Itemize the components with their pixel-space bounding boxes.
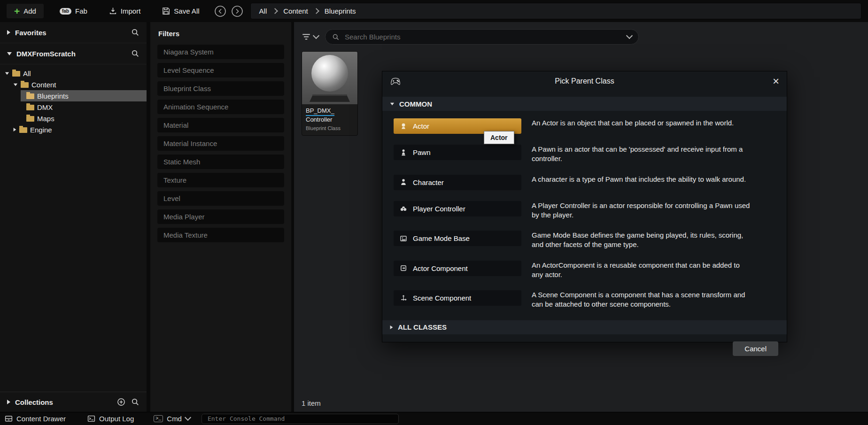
filter-pill[interactable]: Level — [157, 191, 284, 206]
close-icon[interactable]: × — [773, 77, 779, 86]
class-description: An Actor is an object that can be placed… — [532, 118, 734, 128]
asset-name-line1[interactable]: BP_DMX_ — [306, 107, 334, 116]
panel-divider[interactable] — [147, 22, 150, 412]
add-button[interactable]: + Add — [7, 4, 44, 18]
tree-label: Engine — [30, 126, 52, 134]
nav-forward-button[interactable] — [231, 5, 244, 18]
filter-pill[interactable]: Media Player — [157, 209, 284, 224]
cmd-label: Cmd — [167, 415, 182, 423]
favorites-search-icon[interactable] — [131, 28, 140, 37]
class-button-actor-component[interactable]: Actor Component — [394, 261, 521, 276]
search-input[interactable] — [344, 32, 623, 41]
class-button-scene-component[interactable]: Scene Component — [394, 290, 521, 306]
content-drawer-button[interactable]: Content Drawer — [5, 415, 66, 423]
console-command-bar[interactable] — [202, 414, 399, 424]
class-row-actor-component: Actor Component An ActorComponent is a r… — [394, 261, 777, 280]
asset-name-line2: Controller — [306, 116, 332, 123]
tree-item-dmx[interactable]: DMX — [0, 101, 147, 113]
class-button-pawn[interactable]: Pawn — [394, 145, 521, 160]
sphere-preview — [311, 55, 348, 92]
add-collection-icon[interactable] — [117, 398, 125, 406]
asset-view-header — [294, 22, 868, 45]
fab-icon: fab — [60, 8, 71, 15]
nav-back-button[interactable] — [214, 5, 227, 18]
sources-panel: Favorites DMXFromScratch — [0, 22, 147, 412]
breadcrumb-all[interactable]: All — [259, 7, 267, 15]
asset-thumbnail — [302, 52, 357, 104]
class-list: Actor An Actor is an object that can be … — [382, 111, 787, 309]
content-drawer-label: Content Drawer — [16, 415, 66, 423]
dialog-title: Pick Parent Class — [382, 77, 787, 85]
dialog-footer: Cancel — [382, 334, 787, 363]
class-row-game-mode-base: Game Mode Base Game Mode Base defines th… — [394, 231, 777, 250]
nav-buttons — [214, 5, 244, 18]
cancel-button[interactable]: Cancel — [733, 341, 778, 356]
chevron-right-icon — [313, 8, 319, 14]
save-all-label: Save All — [174, 7, 199, 15]
class-name: Player Controller — [413, 205, 465, 213]
tree-item-engine[interactable]: Engine — [0, 124, 147, 135]
search-bar[interactable] — [325, 29, 639, 45]
pick-parent-class-dialog: Pick Parent Class × COMMON Actor An A — [382, 71, 787, 342]
filter-pill[interactable]: Media Texture — [157, 228, 284, 242]
output-log-button[interactable]: Output Log — [87, 415, 134, 423]
import-label: Import — [121, 7, 141, 15]
add-label: Add — [23, 7, 36, 15]
filter-pill[interactable]: Level Sequence — [157, 63, 284, 77]
save-all-button[interactable]: Save All — [156, 4, 205, 18]
collections-bar[interactable]: Collections — [0, 392, 147, 412]
unreal-editor-window: + Add fab Fab Import Save All — [0, 0, 868, 425]
favorites-header[interactable]: Favorites — [0, 22, 147, 43]
filters-panel: Filters Niagara System Level Sequence Bl… — [150, 22, 291, 412]
common-label: COMMON — [399, 100, 432, 108]
project-search-icon[interactable] — [131, 49, 140, 58]
expand-down-icon — [7, 52, 12, 55]
common-section-header[interactable]: COMMON — [382, 97, 787, 111]
filter-pill[interactable]: Static Mesh — [157, 155, 284, 169]
scene-component-icon — [400, 294, 407, 302]
import-button[interactable]: Import — [103, 4, 147, 18]
filter-pill[interactable]: Animation Sequence — [157, 100, 284, 114]
filter-dropdown-button[interactable] — [302, 33, 318, 41]
expand-right-icon — [14, 128, 16, 131]
filter-pill[interactable]: Texture — [157, 173, 284, 187]
tree-label: All — [23, 70, 31, 77]
tree-item-content[interactable]: Content — [0, 79, 147, 90]
tree-item-all[interactable]: All — [0, 68, 147, 79]
cmd-dropdown[interactable]: >_ Cmd — [154, 415, 190, 423]
class-button-character[interactable]: Character — [394, 175, 521, 190]
pawn-icon — [400, 149, 407, 156]
tree-item-maps[interactable]: Maps — [0, 113, 147, 124]
class-button-game-mode-base[interactable]: Game Mode Base — [394, 231, 521, 246]
class-row-player-controller: Player Controller A Player Controller is… — [394, 201, 777, 220]
class-row-scene-component: Scene Component A Scene Component is a c… — [394, 290, 777, 309]
collections-search-icon[interactable] — [131, 398, 140, 406]
console-command-input[interactable] — [207, 415, 394, 423]
asset-tile-bp-dmx-controller[interactable]: BP_DMX_ Controller Blueprint Class — [302, 51, 358, 136]
plinth — [310, 96, 350, 102]
actor-component-icon — [400, 264, 407, 272]
fab-button[interactable]: fab Fab — [54, 4, 93, 18]
tree-label: Content — [31, 81, 56, 89]
tree-item-blueprints[interactable]: Blueprints — [0, 90, 147, 101]
player-controller-icon — [400, 205, 407, 212]
filter-pill[interactable]: Blueprint Class — [157, 81, 284, 96]
class-name: Scene Component — [413, 294, 471, 302]
folder-icon — [26, 93, 34, 99]
class-button-player-controller[interactable]: Player Controller — [394, 201, 521, 216]
class-name: Actor — [413, 122, 429, 130]
folder-tree: All Content Blueprints DMX Maps — [0, 64, 147, 135]
project-header[interactable]: DMXFromScratch — [0, 43, 147, 64]
breadcrumb-content[interactable]: Content — [283, 7, 308, 15]
output-log-label: Output Log — [99, 415, 134, 423]
filter-pill[interactable]: Niagara System — [157, 45, 284, 59]
filter-pill[interactable]: Material — [157, 118, 284, 132]
all-classes-section-header[interactable]: ALL CLASSES — [382, 320, 787, 334]
save-icon — [162, 7, 170, 15]
tree-label: Blueprints — [37, 92, 69, 100]
class-gamepad-icon — [390, 76, 401, 87]
expand-down-icon — [5, 72, 9, 75]
filter-pill[interactable]: Material Instance — [157, 136, 284, 151]
chevron-down-icon[interactable] — [626, 32, 633, 39]
breadcrumb-blueprints[interactable]: Blueprints — [325, 7, 356, 15]
